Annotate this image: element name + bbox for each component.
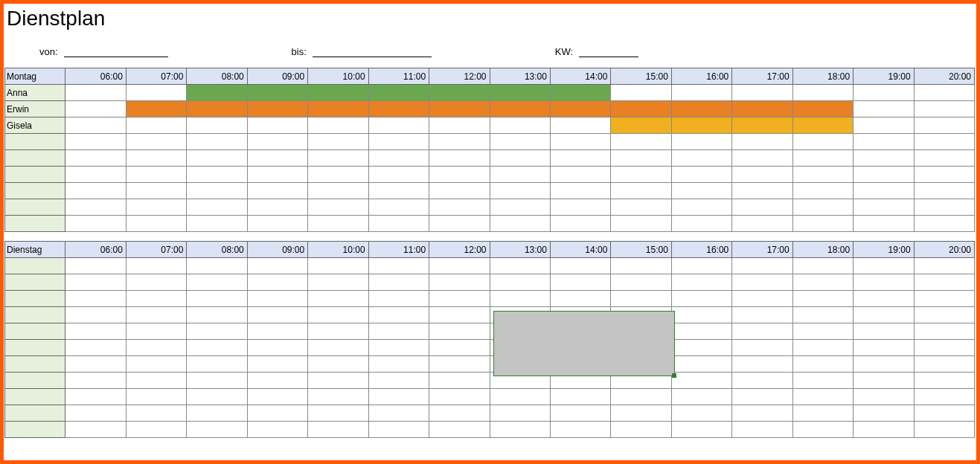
schedule-cell[interactable] — [732, 323, 792, 340]
schedule-cell[interactable] — [550, 373, 610, 389]
schedule-cell[interactable] — [126, 117, 186, 134]
schedule-cell[interactable] — [65, 389, 126, 405]
schedule-cell[interactable] — [550, 216, 610, 232]
schedule-cell[interactable] — [187, 134, 247, 150]
schedule-cell[interactable] — [247, 134, 307, 150]
name-cell[interactable]: Gisela — [5, 117, 65, 134]
schedule-cell[interactable] — [611, 356, 671, 373]
schedule-cell[interactable] — [429, 422, 490, 438]
schedule-cell[interactable] — [429, 291, 490, 307]
schedule-cell[interactable] — [914, 216, 974, 232]
schedule-cell[interactable] — [126, 134, 186, 150]
schedule-cell[interactable] — [854, 85, 914, 101]
schedule-cell[interactable] — [308, 373, 368, 389]
schedule-cell[interactable] — [611, 422, 671, 438]
schedule-cell[interactable] — [792, 373, 853, 389]
schedule-cell[interactable] — [914, 405, 974, 422]
name-cell[interactable] — [5, 199, 65, 216]
schedule-cell[interactable] — [65, 307, 126, 323]
schedule-cell[interactable] — [611, 134, 671, 150]
schedule-cell[interactable] — [732, 356, 792, 373]
schedule-cell[interactable] — [368, 216, 429, 232]
schedule-cell[interactable] — [671, 134, 731, 150]
schedule-cell[interactable] — [126, 258, 186, 274]
schedule-cell[interactable] — [671, 199, 731, 216]
schedule-cell[interactable] — [550, 291, 610, 307]
name-cell[interactable] — [5, 356, 65, 373]
schedule-cell[interactable] — [247, 356, 307, 373]
schedule-cell[interactable] — [490, 323, 550, 340]
schedule-cell[interactable] — [187, 405, 247, 422]
schedule-cell[interactable] — [792, 340, 853, 356]
schedule-cell[interactable] — [247, 389, 307, 405]
schedule-cell[interactable] — [792, 323, 853, 340]
schedule-cell[interactable] — [187, 307, 247, 323]
schedule-cell[interactable] — [126, 85, 186, 101]
schedule-cell[interactable] — [914, 85, 974, 101]
schedule-cell[interactable] — [490, 356, 550, 373]
schedule-cell[interactable] — [126, 183, 186, 199]
schedule-cell[interactable] — [308, 356, 368, 373]
name-cell[interactable] — [5, 258, 65, 274]
schedule-cell[interactable] — [187, 258, 247, 274]
schedule-cell[interactable] — [732, 183, 792, 199]
name-cell[interactable] — [5, 340, 65, 356]
schedule-cell[interactable] — [854, 258, 914, 274]
schedule-cell[interactable] — [854, 150, 914, 167]
schedule-cell[interactable] — [914, 183, 974, 199]
name-cell[interactable] — [5, 216, 65, 232]
schedule-cell[interactable] — [671, 117, 731, 134]
schedule-cell[interactable] — [65, 422, 126, 438]
schedule-cell[interactable] — [429, 150, 490, 167]
schedule-cell[interactable] — [187, 389, 247, 405]
schedule-cell[interactable] — [490, 307, 550, 323]
schedule-cell[interactable] — [490, 274, 550, 291]
schedule-cell[interactable] — [671, 85, 731, 101]
name-cell[interactable] — [5, 291, 65, 307]
schedule-cell[interactable] — [854, 373, 914, 389]
schedule-cell[interactable] — [611, 216, 671, 232]
schedule-cell[interactable] — [792, 150, 853, 167]
schedule-cell[interactable] — [187, 373, 247, 389]
schedule-cell[interactable] — [429, 307, 490, 323]
schedule-cell[interactable] — [854, 274, 914, 291]
schedule-cell[interactable] — [247, 167, 307, 183]
name-cell[interactable]: Erwin — [5, 101, 65, 117]
name-cell[interactable] — [5, 405, 65, 422]
schedule-cell[interactable] — [429, 373, 490, 389]
schedule-cell[interactable] — [490, 167, 550, 183]
schedule-cell[interactable] — [490, 134, 550, 150]
schedule-cell[interactable] — [65, 117, 126, 134]
schedule-cell[interactable] — [611, 307, 671, 323]
schedule-cell[interactable] — [368, 85, 429, 101]
schedule-cell[interactable] — [429, 340, 490, 356]
schedule-cell[interactable] — [368, 405, 429, 422]
schedule-cell[interactable] — [368, 183, 429, 199]
schedule-cell[interactable] — [854, 405, 914, 422]
schedule-cell[interactable] — [247, 373, 307, 389]
schedule-cell[interactable] — [368, 323, 429, 340]
schedule-cell[interactable] — [490, 216, 550, 232]
schedule-cell[interactable] — [854, 356, 914, 373]
schedule-cell[interactable] — [611, 183, 671, 199]
schedule-cell[interactable] — [126, 405, 186, 422]
schedule-cell[interactable] — [732, 340, 792, 356]
schedule-cell[interactable] — [65, 405, 126, 422]
schedule-cell[interactable] — [490, 117, 550, 134]
schedule-cell[interactable] — [308, 134, 368, 150]
schedule-cell[interactable] — [187, 216, 247, 232]
schedule-cell[interactable] — [187, 291, 247, 307]
schedule-cell[interactable] — [126, 356, 186, 373]
schedule-cell[interactable] — [550, 323, 610, 340]
schedule-cell[interactable] — [914, 167, 974, 183]
schedule-cell[interactable] — [854, 389, 914, 405]
schedule-cell[interactable] — [308, 323, 368, 340]
schedule-cell[interactable] — [732, 422, 792, 438]
schedule-cell[interactable] — [247, 274, 307, 291]
schedule-cell[interactable] — [368, 101, 429, 117]
schedule-cell[interactable] — [490, 183, 550, 199]
schedule-cell[interactable] — [671, 356, 731, 373]
name-cell[interactable] — [5, 167, 65, 183]
schedule-cell[interactable] — [490, 291, 550, 307]
name-cell[interactable] — [5, 389, 65, 405]
